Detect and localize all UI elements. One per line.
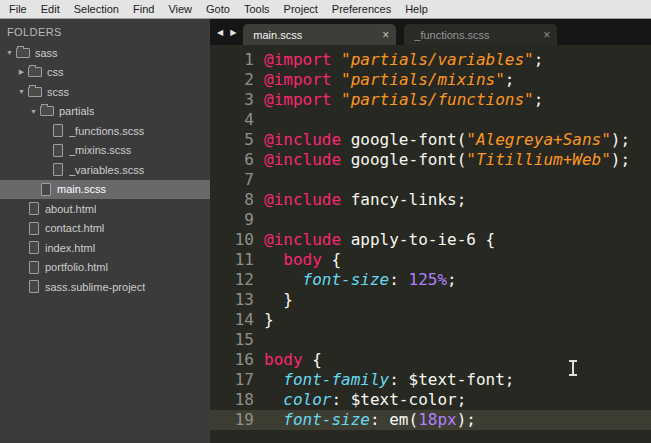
tab-nav: ◀ ▶ [213, 19, 243, 45]
tree-item-label: main.scss [57, 183, 106, 195]
file-icon [29, 241, 39, 254]
folder-icon [16, 48, 30, 58]
tree-item-label: _variables.scss [69, 164, 144, 176]
line-number: 3 [210, 90, 264, 110]
tree-item-label: sass [35, 47, 58, 59]
tabs: main.scss×_functions.scss× [243, 24, 565, 45]
tree-item-about-html[interactable]: about.html [0, 199, 210, 219]
menu-item-view[interactable]: View [161, 1, 199, 17]
menu-item-edit[interactable]: Edit [34, 1, 67, 17]
sublime-text-window: FileEditSelectionFindViewGotoToolsProjec… [0, 0, 651, 443]
menu-bar: FileEditSelectionFindViewGotoToolsProjec… [0, 0, 651, 19]
line-number: 5 [210, 130, 264, 150]
code-text: } [264, 310, 274, 330]
file-tree: ▼sass▶css▼scss▼partials_functions.scss_m… [0, 43, 210, 297]
code-line-19[interactable]: 19 font-size: em(18px); [210, 410, 651, 430]
tree-item-label: about.html [45, 203, 96, 215]
code-line-1[interactable]: 1@import "partials/variables"; [210, 50, 651, 70]
code-text: @include apply-to-ie-6 { [264, 230, 495, 250]
line-number: 4 [210, 110, 264, 130]
tree-item-label: index.html [45, 242, 95, 254]
tree-item-label: contact.html [45, 222, 104, 234]
line-number: 8 [210, 190, 264, 210]
tab-functions-scss[interactable]: _functions.scss× [404, 24, 557, 45]
tree-item-label: _mixins.scss [69, 144, 131, 156]
tree-item-main-scss[interactable]: main.scss [0, 180, 210, 200]
line-number: 7 [210, 170, 264, 190]
code-line-10[interactable]: 10@include apply-to-ie-6 { [210, 230, 651, 250]
tree-item-label: sass.sublime-project [45, 281, 145, 293]
code-line-3[interactable]: 3@import "partials/functions"; [210, 90, 651, 110]
line-number: 18 [210, 390, 264, 410]
code-line-2[interactable]: 2@import "partials/mixins"; [210, 70, 651, 90]
tree-item-sass[interactable]: ▼sass [0, 43, 210, 63]
tree-item-functions-scss[interactable]: _functions.scss [0, 121, 210, 141]
line-number: 14 [210, 310, 264, 330]
code-lines: 1@import "partials/variables";2@import "… [210, 50, 651, 430]
code-editor[interactable]: 1@import "partials/variables";2@import "… [210, 45, 651, 443]
file-icon [29, 202, 39, 215]
menu-item-selection[interactable]: Selection [67, 1, 126, 17]
tree-item-css[interactable]: ▶css [0, 63, 210, 83]
code-line-7[interactable]: 7 [210, 170, 651, 190]
tab-close-icon[interactable]: × [543, 29, 550, 41]
line-number: 19 [210, 410, 264, 430]
code-line-12[interactable]: 12 font-size: 125%; [210, 270, 651, 290]
code-text: color: $text-color; [264, 390, 466, 410]
tree-item-sass-sublime-project[interactable]: sass.sublime-project [0, 277, 210, 297]
code-text: } [264, 290, 293, 310]
menu-item-goto[interactable]: Goto [199, 1, 237, 17]
tree-item-label: portfolio.html [45, 261, 108, 273]
editor-column: ◀ ▶ main.scss×_functions.scss× 1@import … [210, 19, 651, 443]
tree-item-index-html[interactable]: index.html [0, 238, 210, 258]
code-line-18[interactable]: 18 color: $text-color; [210, 390, 651, 410]
menu-item-preferences[interactable]: Preferences [325, 1, 398, 17]
tree-item-portfolio-html[interactable]: portfolio.html [0, 258, 210, 278]
tree-item-contact-html[interactable]: contact.html [0, 219, 210, 239]
tab-main-scss[interactable]: main.scss× [243, 24, 396, 45]
code-line-16[interactable]: 16body { [210, 350, 651, 370]
code-line-13[interactable]: 13 } [210, 290, 651, 310]
code-line-11[interactable]: 11 body { [210, 250, 651, 270]
code-line-14[interactable]: 14} [210, 310, 651, 330]
code-text: @include google-font("Alegreya+Sans"); [264, 130, 630, 150]
menu-item-project[interactable]: Project [277, 1, 325, 17]
line-number: 11 [210, 250, 264, 270]
code-line-4[interactable]: 4 [210, 110, 651, 130]
folder-icon [28, 67, 42, 77]
code-line-17[interactable]: 17 font-family: $text-font; [210, 370, 651, 390]
code-line-8[interactable]: 8@include fancy-links; [210, 190, 651, 210]
disclosure-open-icon[interactable]: ▼ [28, 108, 39, 115]
folders-header: FOLDERS [0, 19, 210, 43]
menu-item-find[interactable]: Find [126, 1, 161, 17]
code-line-6[interactable]: 6@include google-font("Titillium+Web"); [210, 150, 651, 170]
line-number: 2 [210, 70, 264, 90]
menu-item-file[interactable]: File [2, 1, 34, 17]
disclosure-open-icon[interactable]: ▼ [16, 88, 27, 95]
tree-item-scss[interactable]: ▼scss [0, 82, 210, 102]
tree-item-label: _functions.scss [69, 125, 144, 137]
menu-item-tools[interactable]: Tools [237, 1, 277, 17]
tab-scroll-right-button[interactable]: ▶ [228, 26, 238, 39]
file-icon [53, 144, 63, 157]
tree-item-label: partials [59, 105, 94, 117]
code-text: @include fancy-links; [264, 190, 466, 210]
file-icon [53, 163, 63, 176]
code-line-5[interactable]: 5@include google-font("Alegreya+Sans"); [210, 130, 651, 150]
tab-scroll-left-button[interactable]: ◀ [215, 26, 225, 39]
menu-item-help[interactable]: Help [398, 1, 435, 17]
disclosure-closed-icon[interactable]: ▶ [16, 68, 27, 76]
tree-item-variables-scss[interactable]: _variables.scss [0, 160, 210, 180]
code-line-15[interactable]: 15 [210, 330, 651, 350]
tab-close-icon[interactable]: × [382, 29, 389, 41]
main-area: FOLDERS ▼sass▶css▼scss▼partials_function… [0, 19, 651, 443]
tree-item-partials[interactable]: ▼partials [0, 102, 210, 122]
code-line-9[interactable]: 9 [210, 210, 651, 230]
code-text: body { [264, 350, 322, 370]
sidebar: FOLDERS ▼sass▶css▼scss▼partials_function… [0, 19, 210, 443]
disclosure-open-icon[interactable]: ▼ [4, 49, 15, 56]
tree-item-mixins-scss[interactable]: _mixins.scss [0, 141, 210, 161]
file-icon [41, 183, 51, 196]
tab-bar: ◀ ▶ main.scss×_functions.scss× [210, 19, 651, 45]
file-icon [29, 222, 39, 235]
